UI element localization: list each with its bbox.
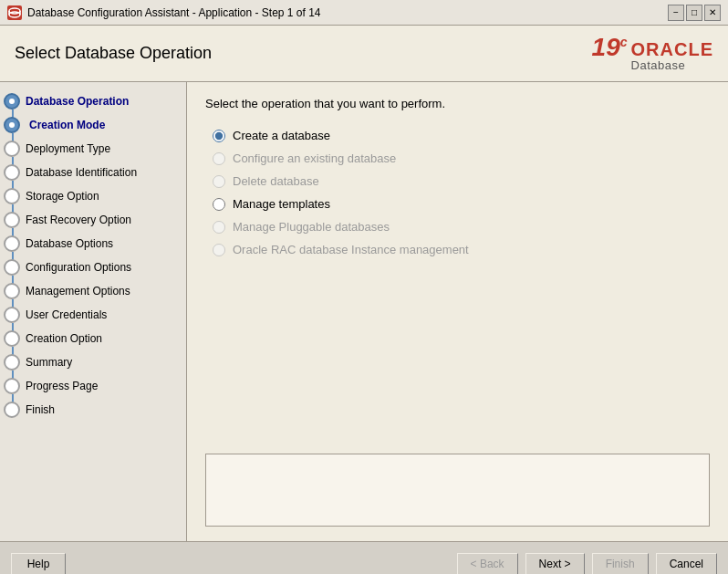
title-bar-text: Database Configuration Assistant - Appli… — [27, 6, 662, 19]
step-indicator-creation-option — [4, 330, 20, 347]
sidebar-label-progress-page: Progress Page — [26, 380, 98, 392]
sidebar-item-management-options[interactable]: Management Options — [0, 279, 186, 303]
main-content: Database Operation Creation Mode Deploym… — [0, 82, 728, 541]
oracle-version: 19c — [592, 35, 628, 60]
radio-label-manage-templates[interactable]: Manage templates — [233, 197, 330, 211]
next-button[interactable]: Next > — [525, 553, 585, 575]
sidebar-item-fast-recovery[interactable]: Fast Recovery Option — [0, 208, 186, 232]
step-indicator-deployment-type — [4, 141, 20, 157]
back-button[interactable]: < Back — [457, 553, 518, 575]
radio-label-configure-existing: Configure an existing database — [233, 151, 396, 165]
sidebar: Database Operation Creation Mode Deploym… — [0, 82, 187, 541]
sidebar-item-summary[interactable]: Summary — [0, 350, 186, 374]
sidebar-label-database-identification: Database Identification — [26, 166, 137, 179]
radio-item-create-db[interactable]: Create a database — [213, 129, 710, 142]
sidebar-item-progress-page[interactable]: Progress Page — [0, 374, 186, 398]
oracle-product-name: Database — [631, 58, 686, 72]
oracle-brand: ORACLE Database — [631, 40, 713, 72]
radio-create-db[interactable] — [213, 130, 225, 142]
svg-point-3 — [9, 12, 20, 17]
instruction-text: Select the operation that you want to pe… — [205, 97, 710, 110]
radio-manage-templates[interactable] — [213, 198, 225, 211]
radio-delete-db — [213, 175, 225, 188]
cancel-button[interactable]: Cancel — [656, 553, 717, 575]
radio-label-create-db[interactable]: Create a database — [233, 129, 330, 142]
page-header: Select Database Operation 19c ORACLE Dat… — [0, 26, 728, 82]
sidebar-label-creation-option: Creation Option — [26, 332, 102, 345]
step-indicator-fast-recovery — [4, 212, 20, 228]
step-indicator-credentials — [4, 307, 20, 323]
sidebar-item-database-options[interactable]: Database Options — [0, 232, 186, 256]
finish-button[interactable]: Finish — [592, 553, 649, 575]
sidebar-label-database-operation: Database Operation — [26, 95, 129, 108]
sidebar-label-database-options: Database Options — [26, 237, 113, 250]
close-button[interactable]: ✕ — [704, 5, 721, 21]
sidebar-item-user-credentials[interactable]: User Credentials — [0, 303, 186, 327]
sidebar-label-deployment-type: Deployment Type — [26, 142, 110, 155]
radio-configure-existing — [213, 152, 225, 165]
sidebar-item-database-identification[interactable]: Database Identification — [0, 161, 186, 184]
sidebar-label-user-credentials: User Credentials — [26, 308, 107, 321]
sidebar-item-configuration-options[interactable]: Configuration Options — [0, 256, 186, 279]
step-indicator-database-operation — [4, 93, 20, 110]
maximize-button[interactable]: □ — [686, 5, 702, 21]
radio-label-manage-pluggable: Manage Pluggable databases — [233, 220, 390, 234]
sidebar-item-creation-option[interactable]: Creation Option — [0, 327, 186, 350]
window-controls: − □ ✕ — [668, 5, 721, 21]
bottom-right-buttons: < Back Next > Finish Cancel — [457, 553, 717, 575]
bottom-bar: Help < Back Next > Finish Cancel — [0, 541, 728, 574]
step-indicator-mgmt — [4, 283, 20, 299]
oracle-brand-name: ORACLE — [631, 40, 713, 58]
step-indicator-db-id — [4, 164, 20, 181]
radio-oracle-rac — [213, 244, 225, 256]
oracle-logo: 19c ORACLE Database — [592, 35, 713, 72]
log-area — [205, 454, 710, 527]
step-indicator-db-options — [4, 235, 20, 252]
radio-item-delete-db: Delete database — [213, 174, 710, 188]
radio-label-delete-db: Delete database — [233, 174, 319, 188]
sidebar-label-fast-recovery: Fast Recovery Option — [26, 214, 131, 226]
radio-item-oracle-rac: Oracle RAC database Instance management — [213, 243, 710, 256]
step-indicator-creation-mode — [4, 117, 20, 133]
step-indicator-finish — [4, 402, 20, 418]
sidebar-label-creation-mode: Creation Mode — [26, 119, 105, 131]
radio-manage-pluggable — [213, 221, 225, 234]
sidebar-item-creation-mode[interactable]: Creation Mode — [0, 113, 186, 137]
bottom-left-buttons: Help — [11, 553, 66, 575]
sidebar-item-deployment-type[interactable]: Deployment Type — [0, 137, 186, 161]
sidebar-label-finish: Finish — [26, 403, 55, 416]
step-indicator-summary — [4, 354, 20, 370]
help-button[interactable]: Help — [11, 553, 66, 575]
sidebar-item-finish[interactable]: Finish — [0, 398, 186, 422]
sidebar-item-database-operation[interactable]: Database Operation — [0, 89, 186, 113]
sidebar-label-summary: Summary — [26, 356, 72, 369]
step-indicator-progress — [4, 378, 20, 394]
radio-item-manage-templates[interactable]: Manage templates — [213, 197, 710, 211]
radio-item-configure-existing: Configure an existing database — [213, 151, 710, 165]
sidebar-label-configuration-options: Configuration Options — [26, 261, 131, 274]
sidebar-label-storage-option: Storage Option — [26, 190, 99, 203]
page-title: Select Database Operation — [15, 44, 212, 63]
radio-label-oracle-rac: Oracle RAC database Instance management — [233, 243, 469, 256]
radio-group: Create a database Configure an existing … — [213, 129, 710, 256]
step-indicator-storage — [4, 188, 20, 204]
content-panel: Select the operation that you want to pe… — [187, 82, 728, 541]
sidebar-item-storage-option[interactable]: Storage Option — [0, 184, 186, 208]
title-bar: Database Configuration Assistant - Appli… — [0, 0, 728, 26]
minimize-button[interactable]: − — [668, 5, 684, 21]
app-icon — [7, 5, 22, 20]
sidebar-label-management-options: Management Options — [26, 285, 130, 297]
step-indicator-config — [4, 259, 20, 276]
radio-item-manage-pluggable: Manage Pluggable databases — [213, 220, 710, 234]
